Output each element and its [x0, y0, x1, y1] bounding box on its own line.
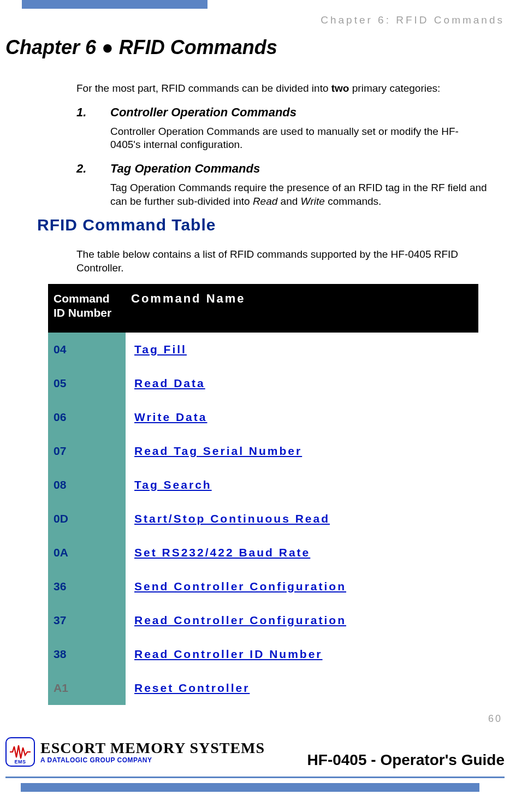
list-body-2-i2: Write	[301, 195, 325, 207]
command-link[interactable]: Reset Controller	[134, 681, 250, 694]
document-title: HF-0405 - Operator's Guide	[307, 751, 505, 769]
list-number-1: 1.	[76, 105, 110, 120]
command-link[interactable]: Read Controller Configuration	[134, 614, 346, 626]
table-row: 06Write Data	[48, 400, 478, 434]
intro-text-bold: two	[331, 82, 349, 94]
brand-sub-text: A DATALOGIC GROUP COMPANY	[40, 757, 265, 763]
command-id-cell: 08	[48, 468, 126, 502]
table-intro-text: The table below contains a list of RFID …	[76, 248, 497, 275]
top-accent-bar	[22, 0, 207, 9]
command-link[interactable]: Write Data	[134, 411, 207, 423]
command-name-cell: Read Data	[126, 366, 478, 400]
table-row: 05Read Data	[48, 366, 478, 400]
command-name-cell: Reset Controller	[126, 671, 478, 705]
table-row: 0DStart/Stop Continuous Read	[48, 502, 478, 536]
command-link[interactable]: Read Tag Serial Number	[134, 444, 302, 457]
page-number: 60	[488, 713, 502, 725]
table-row: 0ASet RS232/422 Baud Rate	[48, 536, 478, 570]
table-row: 07Read Tag Serial Number	[48, 434, 478, 468]
table-header-id: Command ID Number	[48, 284, 126, 333]
section-heading: RFID Command Table	[37, 216, 216, 234]
command-name-cell: Write Data	[126, 400, 478, 434]
table-row: A1Reset Controller	[48, 671, 478, 705]
footer-rule	[5, 777, 505, 778]
running-head: Chapter 6: RFID Commands	[321, 14, 505, 26]
list-body-2-mid: and	[277, 195, 300, 207]
command-id-cell: 07	[48, 434, 126, 468]
command-name-cell: Start/Stop Continuous Read	[126, 502, 478, 536]
intro-text-post: primary categories:	[349, 82, 440, 94]
command-name-cell: Send Controller Configuration	[126, 570, 478, 603]
command-link[interactable]: Send Controller Configuration	[134, 580, 346, 592]
command-id-cell: 04	[48, 333, 126, 366]
list-body-1: Controller Operation Commands are used t…	[110, 125, 487, 152]
brand-main-text: ESCORT MEMORY SYSTEMS	[40, 740, 265, 756]
table-row: 04Tag Fill	[48, 333, 478, 366]
page-footer: EMS ESCORT MEMORY SYSTEMS A DATALOGIC GR…	[5, 737, 505, 797]
list-body-2: Tag Operation Commands require the prese…	[110, 181, 487, 208]
command-id-cell: 36	[48, 570, 126, 603]
command-name-cell: Tag Fill	[126, 333, 478, 366]
table-header-name: Command Name	[126, 284, 478, 333]
command-name-cell: Set RS232/422 Baud Rate	[126, 536, 478, 570]
command-id-cell: 37	[48, 603, 126, 637]
command-link[interactable]: Tag Search	[134, 478, 212, 491]
command-link[interactable]: Tag Fill	[134, 343, 187, 355]
ems-badge-label: EMS	[14, 759, 26, 764]
command-id-cell: 0D	[48, 502, 126, 536]
command-name-cell: Read Controller Configuration	[126, 603, 478, 637]
command-id-cell: 0A	[48, 536, 126, 570]
intro-paragraph: For the most part, RFID commands can be …	[76, 82, 497, 96]
list-number-2: 2.	[76, 162, 110, 176]
intro-text-pre: For the most part, RFID commands can be …	[76, 82, 331, 94]
table-row: 38Read Controller ID Number	[48, 637, 478, 671]
rfid-command-table: Command ID Number Command Name 04Tag Fil…	[48, 284, 478, 705]
list-body-2-i1: Read	[253, 195, 277, 207]
command-link[interactable]: Read Data	[134, 377, 205, 389]
command-id-cell: 38	[48, 637, 126, 671]
table-row: 37Read Controller Configuration	[48, 603, 478, 637]
command-link[interactable]: Set RS232/422 Baud Rate	[134, 546, 310, 559]
command-id-cell: 05	[48, 366, 126, 400]
list-heading-1: Controller Operation Commands	[110, 105, 296, 120]
table-row: 36Send Controller Configuration	[48, 570, 478, 603]
command-name-cell: Read Tag Serial Number	[126, 434, 478, 468]
command-id-cell: A1	[48, 671, 126, 705]
footer-accent-bar	[21, 783, 479, 792]
command-link[interactable]: Read Controller ID Number	[134, 648, 323, 660]
table-row: 08Tag Search	[48, 468, 478, 502]
command-name-cell: Read Controller ID Number	[126, 637, 478, 671]
chapter-title: Chapter 6 ● RFID Commands	[5, 36, 277, 59]
list-body-2-post: commands.	[325, 195, 381, 207]
list-heading-2: Tag Operation Commands	[110, 162, 260, 176]
command-id-cell: 06	[48, 400, 126, 434]
command-link[interactable]: Start/Stop Continuous Read	[134, 512, 330, 525]
command-name-cell: Tag Search	[126, 468, 478, 502]
waveform-icon	[9, 744, 31, 760]
ems-badge-icon: EMS	[5, 737, 35, 767]
